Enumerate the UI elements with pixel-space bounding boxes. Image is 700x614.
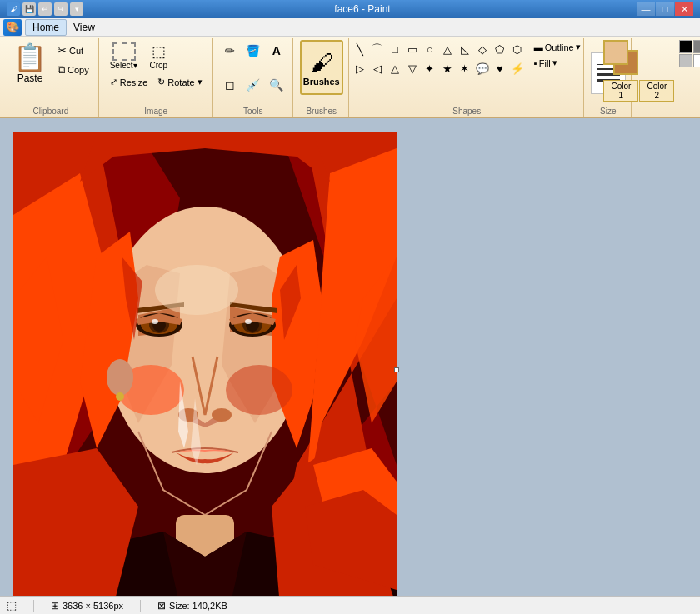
quick-undo[interactable]: ↩ [38,2,52,16]
color2-button[interactable]: Color2 [639,80,674,102]
brushes-icon: 🖌 [310,49,333,77]
resize-button[interactable]: ⤢ Resize [106,74,152,90]
shape-rtriangle[interactable]: ◺ [456,40,474,58]
canvas-area[interactable] [0,118,700,596]
swatch-white[interactable] [693,54,700,67]
image-group: Select ▾ ⬚ Crop ⤢ Resize ↻ Rotate ▾ [101,38,212,117]
color-stacked [603,40,638,75]
status-div-2 [140,600,141,612]
select-button[interactable]: Select ▾ [106,40,142,72]
colors-group: Color1 Color2 [633,38,700,117]
zoom-tool[interactable]: 🔍 [266,74,288,96]
color-pick-tool[interactable]: 💉 [242,74,264,96]
fill-tool[interactable]: 🪣 [242,40,264,62]
shape-line[interactable]: ╲ [351,40,369,58]
eraser-tool[interactable]: ◻ [219,74,241,96]
cut-button[interactable]: ✂ Cut [53,42,93,59]
brushes-label: Brushes [303,77,340,87]
color-palette [679,40,700,67]
shapes-dropdown: ▬ Outline ▾ ▪ Fill ▾ [528,40,583,70]
shape-lightning[interactable]: ⚡ [508,59,527,77]
svg-point-16 [212,408,232,422]
text-tool[interactable]: A [266,40,288,62]
canvas-mid-right-handle[interactable] [394,367,399,372]
crop-button[interactable]: ⬚ Crop [145,40,172,72]
shape-pentagon[interactable]: ⬠ [491,40,509,58]
swatch-black[interactable] [679,40,692,53]
status-div-1 [33,600,34,612]
brushes-content: 🖌 Brushes [300,40,343,106]
shape-arrow-l[interactable]: ◁ [368,59,387,77]
rotate-label: Rotate [168,77,194,87]
shape-star4[interactable]: ✦ [421,59,439,77]
minimize-button[interactable]: — [637,2,655,16]
file-menu-logo[interactable]: 🎨 [3,19,22,36]
cut-copy-buttons: ✂ Cut ⧉ Copy [53,40,93,106]
window-title: face6 - Paint [88,3,637,15]
ribbon: 📋 Paste ✂ Cut ⧉ Copy Clipboard [0,37,700,118]
status-mode: ⬚ [7,599,17,612]
customize[interactable]: ▾ [70,2,83,16]
paste-button[interactable]: 📋 Paste [8,40,52,88]
menu-bar: 🎨 Home View [0,18,700,37]
maximize-button[interactable]: □ [656,2,674,16]
size-label: Size [600,107,616,116]
paste-label: Paste [18,72,43,84]
pencil-tool[interactable]: ✏ [219,40,241,62]
status-bar: ⬚ ⊞ 3636 × 5136px ⊠ Size: 140,2KB [0,596,700,614]
copy-button[interactable]: ⧉ Copy [53,61,93,79]
brushes-group-label: Brushes [306,107,337,116]
outline-button[interactable]: ▬ Outline ▾ [532,40,583,54]
shape-arrow-u[interactable]: △ [386,59,404,77]
shape-callout[interactable]: 💬 [473,59,492,77]
color1-swatch[interactable] [603,40,628,65]
title-bar: 🖌 💾 ↩ ↪ ▾ face6 - Paint — □ ✕ [0,0,700,18]
shape-rect[interactable]: □ [386,40,404,58]
shape-round-rect[interactable]: ▭ [403,40,422,58]
paint-canvas [13,132,397,596]
rotate-icon: ↻ [158,77,165,87]
menu-view[interactable]: View [67,19,102,36]
clipboard-group: 📋 Paste ✂ Cut ⧉ Copy Clipboard [3,38,99,117]
shape-heart[interactable]: ♥ [491,59,509,77]
status-dimensions-container: ⊞ 3636 × 5136px [51,600,123,612]
shape-arrow-d[interactable]: ▽ [403,59,422,77]
window-controls: — □ ✕ [637,2,693,16]
image-content: Select ▾ ⬚ Crop ⤢ Resize ↻ Rotate ▾ [106,40,207,106]
cut-icon: ✂ [58,44,67,57]
clipboard-content: 📋 Paste ✂ Cut ⧉ Copy [8,40,93,106]
fill-button[interactable]: ▪ Fill ▾ [532,56,583,70]
quick-save[interactable]: 💾 [22,2,36,16]
shape-arrow-r[interactable]: ▷ [351,59,369,77]
tools-label: Tools [243,107,262,116]
swatch-gray[interactable] [693,40,700,53]
copy-label: Copy [68,65,89,75]
copy-icon: ⧉ [58,63,65,77]
shape-hexagon[interactable]: ⬡ [508,40,527,58]
shape-diamond[interactable]: ◇ [473,40,492,58]
app-icon: 🖌 [7,2,20,16]
brushes-group: 🖌 Brushes Brushes [295,38,349,117]
close-button[interactable]: ✕ [675,2,693,16]
shape-ellipse[interactable]: ○ [421,40,439,58]
status-dimensions: 3636 × 5136px [62,601,123,611]
shape-star5[interactable]: ★ [438,59,457,77]
svg-point-9 [152,319,158,324]
image-label: Image [144,107,168,116]
clipboard-label: Clipboard [32,107,68,116]
rotate-button[interactable]: ↻ Rotate ▾ [153,74,206,90]
paste-icon: 📋 [13,44,47,71]
shape-curve[interactable]: ⌒ [368,40,387,58]
color1-button[interactable]: Color1 [603,80,638,102]
palette-grid [679,40,700,67]
shapes-grid: ╲ ⌒ □ ▭ ○ △ ◺ ◇ ⬠ ⬡ ▷ ◁ △ ▽ ✦ ★ ✶ [351,40,525,77]
brushes-button[interactable]: 🖌 Brushes [300,40,343,95]
shape-star6[interactable]: ✶ [456,59,474,77]
quick-redo[interactable]: ↪ [54,2,68,16]
selection-icon: ⬚ [7,599,17,612]
shape-triangle[interactable]: △ [438,40,457,58]
menu-home[interactable]: Home [25,19,67,36]
swatch-silver[interactable] [679,54,692,67]
fill-label: Fill [539,58,551,68]
color-boxes: Color1 Color2 [603,40,674,102]
